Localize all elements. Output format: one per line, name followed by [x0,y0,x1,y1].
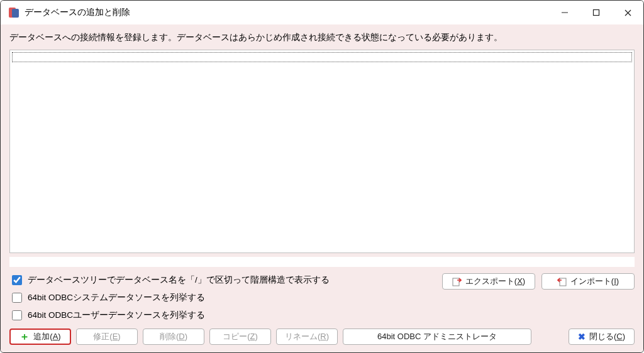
close-button[interactable] [612,1,643,24]
rename-button[interactable]: リネーム(R) [276,329,338,345]
minimize-button[interactable] [549,1,580,24]
button-label: リネーム(R) [285,331,329,342]
checkbox-odbc-user-input[interactable] [12,310,22,320]
titlebar: データベースの追加と削除 [1,1,643,24]
status-bar [9,257,635,267]
svg-rect-7 [560,278,566,286]
button-label: 閉じる(C) [589,331,625,342]
button-label: エクスポート(X) [465,276,525,287]
copy-button[interactable]: コピー(Z) [209,329,271,345]
maximize-button[interactable] [580,1,612,24]
checkbox-label: 64bit ODBCシステムデータソースを列挙する [28,292,205,303]
button-label: 削除(D) [160,331,187,342]
svg-rect-1 [12,9,19,18]
window-controls [549,1,643,24]
window-title: データベースの追加と削除 [25,7,130,18]
checkbox-tree-hierarchy-input[interactable] [12,275,22,285]
export-button[interactable]: エクスポート(X) [442,273,535,290]
export-icon [452,277,462,286]
odbc-admin-button[interactable]: 64bit ODBC アドミニストレータ [343,329,531,345]
checkbox-tree-hierarchy[interactable]: データベースツリーでデータベース名を「/」で区切って階層構造で表示する [9,273,430,287]
button-label: コピー(Z) [223,331,258,342]
edit-button[interactable]: 修正(E) [76,329,138,345]
app-icon [8,7,19,18]
checkbox-label: 64bit ODBCユーザーデータソースを列挙する [28,310,205,321]
database-list[interactable] [9,50,635,253]
button-label: 修正(E) [93,331,120,342]
x-icon: ✖ [578,332,586,341]
checkbox-label: データベースツリーでデータベース名を「/」で区切って階層構造で表示する [28,274,330,286]
close-dialog-button[interactable]: ✖ 閉じる(C) [569,329,635,345]
list-row-focused[interactable] [12,52,632,62]
import-button[interactable]: インポート(I) [541,273,635,290]
button-label: 64bit ODBC アドミニストレータ [377,331,497,342]
button-label: 追加(A) [33,331,60,342]
plus-icon: ＋ [19,332,30,342]
checkbox-odbc-system-input[interactable] [12,293,22,303]
import-icon [557,277,567,286]
dialog-content: データベースへの接続情報を登録します。データベースはあらかじめ作成され接続できる… [1,24,643,352]
checkbox-odbc-user[interactable]: 64bit ODBCユーザーデータソースを列挙する [9,308,430,322]
button-label: インポート(I) [570,276,619,287]
instructions-text: データベースへの接続情報を登録します。データベースはあらかじめ作成され接続できる… [9,32,635,43]
svg-rect-6 [453,278,459,286]
delete-button[interactable]: 削除(D) [143,329,204,345]
svg-rect-3 [594,10,599,16]
add-button[interactable]: ＋ 追加(A) [9,329,71,345]
checkbox-odbc-system[interactable]: 64bit ODBCシステムデータソースを列挙する [9,291,430,305]
